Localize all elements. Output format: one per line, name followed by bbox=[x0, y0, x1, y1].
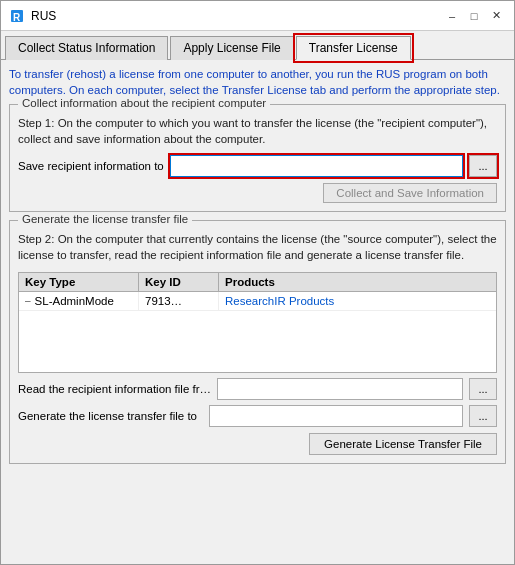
info-text: To transfer (rehost) a license from one … bbox=[9, 66, 506, 98]
collect-group: Collect information about the recipient … bbox=[9, 104, 506, 212]
title-bar-left: R RUS bbox=[9, 8, 56, 24]
minimize-button[interactable]: – bbox=[442, 6, 462, 26]
app-window: R RUS – □ ✕ Collect Status Information A… bbox=[0, 0, 515, 565]
app-icon: R bbox=[9, 8, 25, 24]
generate-group-title: Generate the license transfer file bbox=[18, 213, 192, 225]
generate-browse-button[interactable]: ... bbox=[469, 405, 497, 427]
generate-transfer-button[interactable]: Generate License Transfer File bbox=[309, 433, 497, 455]
table-body: – SL-AdminMode 7913… ResearchIR Products bbox=[19, 292, 496, 372]
svg-text:R: R bbox=[13, 12, 21, 23]
license-table: Key Type Key ID Products – SL-AdminMode … bbox=[18, 272, 497, 373]
generate-row: Generate the license transfer file to ..… bbox=[18, 405, 497, 427]
generate-group: Generate the license transfer file Step … bbox=[9, 220, 506, 463]
window-title: RUS bbox=[31, 9, 56, 23]
window-controls: – □ ✕ bbox=[442, 6, 506, 26]
cell-keyid: 7913… bbox=[139, 292, 219, 310]
generate-step-text: Step 2: On the computer that currently c… bbox=[18, 231, 497, 263]
collect-step-text: Step 1: On the computer to which you wan… bbox=[18, 115, 497, 147]
close-button[interactable]: ✕ bbox=[486, 6, 506, 26]
generate-label: Generate the license transfer file to bbox=[18, 410, 203, 422]
save-label: Save recipient information to bbox=[18, 160, 164, 172]
tab-apply-license[interactable]: Apply License File bbox=[170, 36, 293, 60]
products-link[interactable]: ResearchIR Products bbox=[225, 295, 334, 307]
save-row: Save recipient information to ... bbox=[18, 155, 497, 177]
title-bar: R RUS – □ ✕ bbox=[1, 1, 514, 31]
collect-btn-row: Collect and Save Information bbox=[18, 183, 497, 203]
save-input[interactable] bbox=[170, 155, 463, 177]
maximize-button[interactable]: □ bbox=[464, 6, 484, 26]
main-content: To transfer (rehost) a license from one … bbox=[1, 60, 514, 564]
read-row: Read the recipient information file fr… … bbox=[18, 378, 497, 400]
table-row[interactable]: – SL-AdminMode 7913… ResearchIR Products bbox=[19, 292, 496, 311]
tab-bar: Collect Status Information Apply License… bbox=[1, 31, 514, 60]
collect-group-title: Collect information about the recipient … bbox=[18, 97, 270, 109]
row-icon: – bbox=[25, 295, 31, 306]
generate-btn-row: Generate License Transfer File bbox=[18, 433, 497, 455]
generate-input[interactable] bbox=[209, 405, 463, 427]
collect-save-button[interactable]: Collect and Save Information bbox=[323, 183, 497, 203]
cell-products: ResearchIR Products bbox=[219, 292, 496, 310]
read-label: Read the recipient information file fr… bbox=[18, 383, 211, 395]
read-input[interactable] bbox=[217, 378, 463, 400]
read-browse-button[interactable]: ... bbox=[469, 378, 497, 400]
col-keytype: Key Type bbox=[19, 273, 139, 291]
save-browse-button[interactable]: ... bbox=[469, 155, 497, 177]
cell-keytype: – SL-AdminMode bbox=[19, 292, 139, 310]
tab-transfer-license[interactable]: Transfer License bbox=[296, 36, 411, 60]
col-products: Products bbox=[219, 273, 496, 291]
col-keyid: Key ID bbox=[139, 273, 219, 291]
tab-collect-status[interactable]: Collect Status Information bbox=[5, 36, 168, 60]
table-header: Key Type Key ID Products bbox=[19, 273, 496, 292]
